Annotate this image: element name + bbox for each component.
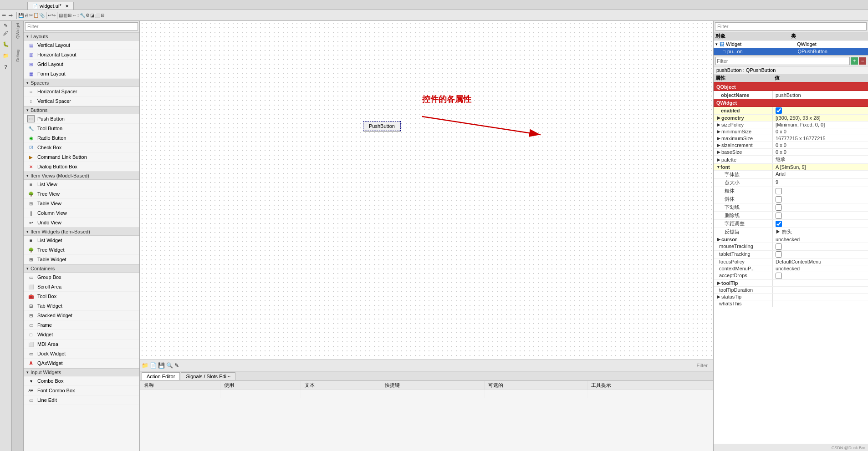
- item-line-edit[interactable]: ▭ Line Edit: [24, 395, 139, 405]
- prop-acceptdrops-row[interactable]: acceptDrops: [714, 272, 868, 280]
- close-icon[interactable]: ✕: [65, 4, 69, 9]
- prop-fontsize-row[interactable]: 点大小 9: [714, 179, 868, 187]
- prop-italic-checkbox[interactable]: [776, 196, 782, 203]
- prop-antialias-row[interactable]: 反锯齿 ▶ 箭头: [714, 228, 868, 236]
- item-column-view[interactable]: ∥ Column View: [24, 208, 139, 218]
- section-buttons[interactable]: ▾ Buttons: [24, 106, 139, 114]
- help-icon[interactable]: ?: [4, 64, 7, 70]
- remove-property-button[interactable]: −: [859, 57, 866, 65]
- prop-focuspolicy-row[interactable]: focusPolicy DefaultContextMenu: [714, 258, 868, 265]
- props-filter-input[interactable]: [715, 57, 850, 65]
- toolbar-icon-3[interactable]: 💾: [158, 362, 165, 369]
- item-horizontal-layout[interactable]: ▥ Horizontal Layout: [24, 50, 139, 60]
- toolbar-icon-4[interactable]: 🔍: [166, 362, 173, 369]
- prop-objectname-row[interactable]: objectName pushButton: [714, 91, 868, 99]
- item-mdi-area[interactable]: ⬜ MDI Area: [24, 340, 139, 349]
- tab-action-editor[interactable]: Action Editor: [142, 372, 180, 380]
- item-frame[interactable]: ▭ Frame: [24, 320, 139, 330]
- prop-cursor-row[interactable]: ▶cursor unchecked: [714, 236, 868, 243]
- item-command-link[interactable]: ▶ Command Link Button: [24, 152, 139, 162]
- item-scroll-area[interactable]: ⬜ Scroll Area: [24, 282, 139, 292]
- section-containers[interactable]: ▾ Containers: [24, 264, 139, 273]
- prop-enabled-checkbox[interactable]: [776, 107, 782, 114]
- edit-icon[interactable]: ✎: [4, 23, 8, 29]
- prop-underline-checkbox[interactable]: [776, 204, 782, 211]
- item-widget[interactable]: □ Widget: [24, 330, 139, 340]
- item-v-spacer[interactable]: ↕ Vertical Spacer: [24, 96, 139, 106]
- prop-whatsthis-row[interactable]: whatsThis: [714, 300, 868, 307]
- prop-strikeout-row[interactable]: 删除线: [714, 212, 868, 220]
- prop-maxsize-row[interactable]: ▶maximumSize 16777215 x 16777215: [714, 135, 868, 142]
- item-tab-widget[interactable]: ⊟ Tab Widget: [24, 301, 139, 311]
- item-stacked-widget[interactable]: ⊟ Stacked Widget: [24, 311, 139, 320]
- design-canvas[interactable]: PushButton 控件的各属性: [140, 21, 713, 360]
- file-tab[interactable]: 📄 widget.ui* ✕: [27, 2, 74, 10]
- debug-icon[interactable]: 🐛: [3, 41, 9, 47]
- tab-signals-slots[interactable]: Signals / Slots Edi···: [181, 372, 235, 380]
- prop-palette-row[interactable]: ▶palette 继承: [714, 156, 868, 164]
- project-icon[interactable]: 📁: [3, 53, 9, 59]
- item-tree-view[interactable]: 🌳 Tree View: [24, 189, 139, 199]
- tree-item-pushbutton[interactable]: □ pu...on QPushButton: [714, 48, 868, 55]
- add-property-button[interactable]: +: [851, 57, 858, 65]
- item-font-combo-box[interactable]: A▾ Font Combo Box: [24, 386, 139, 395]
- item-form-layout[interactable]: ▦ Form Layout: [24, 69, 139, 79]
- prop-contextmenu-row[interactable]: contextMenuP... unchecked: [714, 265, 868, 272]
- prop-tablettracking-checkbox[interactable]: [776, 251, 782, 258]
- section-layouts[interactable]: ▾ Layouts: [24, 32, 139, 41]
- prop-kerning-checkbox[interactable]: [776, 221, 782, 227]
- prop-acceptdrops-checkbox[interactable]: [776, 273, 782, 279]
- item-check-box[interactable]: ☑ Check Box: [24, 143, 139, 152]
- item-tool-box[interactable]: 🧰 Tool Box: [24, 292, 139, 301]
- item-tree-widget[interactable]: 🌳 Tree Widget: [24, 245, 139, 255]
- item-list-view[interactable]: ≡ List View: [24, 180, 139, 189]
- item-radio-button[interactable]: ◉ Radio Button: [24, 133, 139, 143]
- prop-underline-row[interactable]: 下划线: [714, 203, 868, 212]
- item-list-widget[interactable]: ≡ List Widget: [24, 236, 139, 245]
- section-item-widgets[interactable]: ▾ Item Widgets (Item-Based): [24, 228, 139, 236]
- section-item-views[interactable]: ▾ Item Views (Model-Based): [24, 172, 139, 180]
- prop-fontfamily-row[interactable]: 字体族 Arial: [714, 171, 868, 179]
- item-vertical-layout[interactable]: ▤ Vertical Layout: [24, 41, 139, 50]
- prop-bold-row[interactable]: 粗体: [714, 187, 868, 195]
- item-push-button[interactable]: □ Push Button: [24, 114, 139, 124]
- prop-minsize-row[interactable]: ▶minimumSize 0 x 0: [714, 128, 868, 135]
- prop-tooltipduration-row[interactable]: toolTipDuration: [714, 287, 868, 294]
- toolbar-icon-1[interactable]: 📁: [142, 362, 148, 369]
- item-combo-box[interactable]: ▾ Combo Box: [24, 376, 139, 386]
- prop-geometry-row[interactable]: ▶geometry [(300, 250), 93 x 28]: [714, 115, 868, 122]
- item-grid-layout[interactable]: ⊞ Grid Layout: [24, 60, 139, 69]
- prop-font-row[interactable]: ▾font A [SimSun, 9]: [714, 164, 868, 171]
- item-tool-button[interactable]: 🔧 Tool Button: [24, 124, 139, 133]
- right-filter-input[interactable]: [715, 22, 867, 30]
- prop-enabled-row[interactable]: enabled: [714, 107, 868, 115]
- push-button-on-canvas[interactable]: PushButton: [363, 121, 401, 131]
- palette-filter-input[interactable]: [25, 22, 138, 30]
- item-dock-widget[interactable]: ▭ Dock Widget: [24, 349, 139, 359]
- item-table-widget[interactable]: ⊞ Table Widget: [24, 255, 139, 264]
- prop-sizeincrement-row[interactable]: ▶sizeIncrement 0 x 0: [714, 142, 868, 149]
- prop-mousetracking-checkbox[interactable]: [776, 243, 782, 250]
- item-table-view[interactable]: ⊞ Table View: [24, 199, 139, 208]
- prop-italic-row[interactable]: 斜体: [714, 195, 868, 203]
- design-icon[interactable]: 🖊: [3, 30, 8, 36]
- prop-bold-checkbox[interactable]: [776, 188, 782, 194]
- section-input-widgets[interactable]: ▾ Input Widgets: [24, 368, 139, 376]
- prop-statustip-row[interactable]: ▶statusTip: [714, 294, 868, 300]
- prop-tooltip-row[interactable]: ▶toolTip: [714, 280, 868, 287]
- prop-sizepolicy-row[interactable]: ▶sizePolicy [Minimum, Fixed, 0, 0]: [714, 122, 868, 128]
- prop-mousetracking-row[interactable]: mouseTracking: [714, 243, 868, 251]
- item-undo-view[interactable]: ↩ Undo View: [24, 218, 139, 228]
- prop-kerning-row[interactable]: 字距调整: [714, 220, 868, 228]
- prop-tablettracking-row[interactable]: tabletTracking: [714, 251, 868, 258]
- toolbar-icon-2[interactable]: 📄: [150, 362, 157, 369]
- item-h-spacer[interactable]: ↔ Horizontal Spacer: [24, 87, 139, 96]
- section-spacers[interactable]: ▾ Spacers: [24, 79, 139, 87]
- item-qax-widget[interactable]: A QAxWidget: [24, 359, 139, 368]
- prop-basesize-row[interactable]: ▶baseSize 0 x 0: [714, 149, 868, 156]
- item-group-box[interactable]: ▭ Group Box: [24, 273, 139, 282]
- tree-item-widget[interactable]: ▾ 🖼 Widget QWidget: [714, 41, 868, 48]
- prop-strikeout-checkbox[interactable]: [776, 213, 782, 219]
- form-area[interactable]: PushButton 控件的各属性: [140, 21, 713, 360]
- toolbar-icon-5[interactable]: ✎: [174, 362, 179, 369]
